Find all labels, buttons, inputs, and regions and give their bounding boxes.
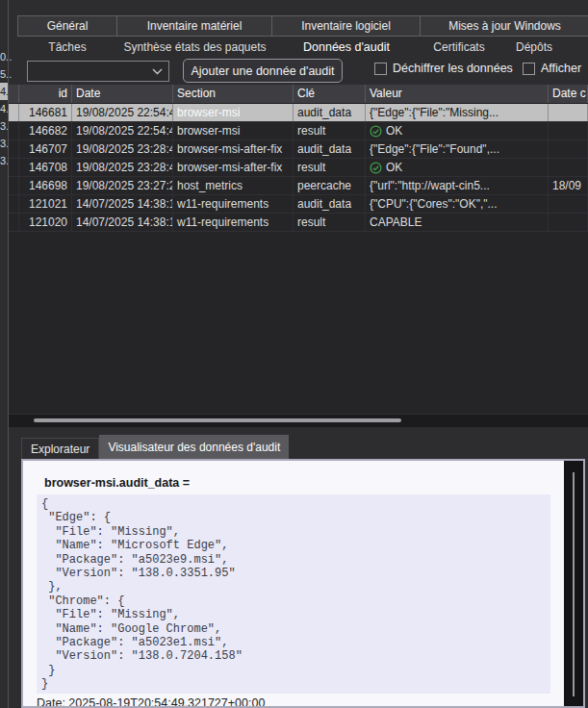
valeur-text: {"url":"http://wapt-cin5...: [370, 179, 490, 192]
host-row-fragment[interactable]: 4..: [0, 83, 8, 100]
table-row[interactable]: 12102014/07/2025 14:38:12w11-requirement…: [9, 214, 588, 232]
header-section[interactable]: Section: [173, 85, 294, 103]
host-row-fragment[interactable]: 3..: [0, 135, 8, 152]
audit-date-line: Date: 2025-08-19T20:54:49.321727+00:00: [37, 696, 265, 708]
table-row[interactable]: 14670719/08/2025 23:28:48browser-msi-aft…: [9, 140, 588, 159]
show-checkbox[interactable]: [523, 63, 535, 75]
decrypt-data-checkbox[interactable]: [374, 63, 387, 75]
cell-valeur: CAPABLE: [366, 214, 549, 231]
table-row[interactable]: 14670819/08/2025 23:28:48browser-msi-aft…: [9, 159, 588, 177]
horizontal-scrollbar-thumb[interactable]: [34, 418, 401, 422]
cell-date: 19/08/2025 23:28:48: [72, 140, 173, 158]
cell-id: 121021: [19, 195, 72, 213]
cell-indicator: [9, 104, 19, 121]
cell-date-c: [549, 104, 588, 121]
cell-section: browser-msi: [173, 122, 294, 139]
chevron-down-icon: [152, 68, 163, 75]
add-audit-data-button[interactable]: Ajouter une donnée d'audit: [183, 59, 343, 83]
audit-toolbar: Ajouter une donnée d'audit Déchiffrer le…: [0, 58, 588, 85]
cell-indicator: [9, 177, 19, 194]
viewer-heading: browser-msi.audit_data =: [44, 476, 190, 490]
host-row-fragment[interactable]: 4..: [0, 100, 8, 117]
viewer-tab-explorateur[interactable]: Explorateur: [21, 438, 99, 459]
tab-bar-bottom-row: TâchesSynthèse états des paquetsDonnées …: [17, 37, 571, 57]
cell-section: browser-msi-after-fix: [173, 159, 294, 176]
tab-mises-a-jour-windows[interactable]: Mises à jour Windows: [421, 15, 588, 37]
cell-date-c: [549, 214, 588, 231]
header-date-c[interactable]: Date c: [549, 85, 588, 103]
valeur-text: {"CPU":{"Cores":"OK","...: [370, 197, 498, 211]
cell-valeur: {"Edge":{"File":"Found",...: [366, 140, 549, 158]
tab-bar-top: GénéralInventaire matérielInventaire log…: [17, 15, 588, 37]
cell-date: 14/07/2025 14:38:12: [72, 195, 173, 213]
cell-indicator: [9, 195, 19, 213]
valeur-text: OK: [386, 124, 402, 138]
cell-cle: peercache: [294, 177, 366, 194]
cell-valeur: {"CPU":{"Cores":"OK","...: [366, 195, 549, 213]
json-content: { "Edge": { "File": "Missing", "Name": "…: [41, 497, 550, 692]
valeur-text: {"Edge":{"File":"Missing...: [370, 106, 499, 119]
ok-check-icon: [370, 125, 382, 138]
table-row[interactable]: 12102114/07/2025 14:38:12w11-requirement…: [9, 195, 588, 214]
table-row[interactable]: 14668119/08/2025 22:54:49browser-msiaudi…: [9, 104, 588, 122]
host-row-fragment[interactable]: 3..: [0, 117, 8, 135]
cell-section: browser-msi-after-fix: [173, 140, 294, 158]
tab-donnees-d-audit[interactable]: Données d'audit: [272, 37, 421, 57]
ok-check-icon: [370, 162, 382, 174]
table-row[interactable]: 14668219/08/2025 22:54:49browser-msiresu…: [9, 122, 588, 140]
cell-date-c: [549, 195, 588, 213]
cell-id: 121020: [19, 214, 72, 231]
tab-depots[interactable]: Dépôts: [498, 37, 571, 57]
cell-indicator: [9, 140, 19, 158]
tab-inventaire-logiciel[interactable]: Inventaire logiciel: [272, 15, 421, 37]
audit-section-combobox[interactable]: [27, 61, 169, 82]
cell-date: 19/08/2025 23:28:48: [72, 159, 173, 176]
cell-id: 146682: [19, 122, 72, 139]
tab-taches[interactable]: Tâches: [17, 37, 117, 57]
cell-valeur: {"url":"http://wapt-cin5...: [366, 177, 549, 194]
viewer-tab-bar: ExplorateurVisualisateur des données d'a…: [21, 435, 289, 459]
cell-valeur: {"Edge":{"File":"Missing...: [366, 104, 549, 121]
tab-general[interactable]: Général: [17, 15, 117, 37]
valeur-text: CAPABLE: [370, 215, 422, 229]
cell-date: 19/08/2025 22:54:49: [72, 122, 173, 139]
tab-synthese-etats-des-paquets[interactable]: Synthèse états des paquets: [117, 37, 272, 57]
cell-date: 14/07/2025 14:38:12: [72, 214, 173, 231]
decrypt-data-label: Déchiffrer les données: [393, 62, 513, 75]
cell-date-c: 18/09: [549, 177, 588, 194]
cell-valeur: OK: [366, 122, 549, 139]
header-id[interactable]: id: [19, 85, 72, 103]
valeur-text: OK: [386, 161, 402, 174]
vertical-scrollbar-thumb[interactable]: [573, 472, 575, 696]
cell-indicator: [9, 122, 19, 139]
tab-certificats[interactable]: Certificats: [421, 37, 498, 57]
host-row-fragment[interactable]: 3..: [0, 152, 8, 169]
tab-inventaire-materiel[interactable]: Inventaire matériel: [117, 15, 272, 37]
audit-data-viewer-panel: browser-msi.audit_data = { "Edge": { "Fi…: [21, 459, 585, 708]
header-date[interactable]: Date: [72, 85, 173, 103]
table-row[interactable]: 14669819/08/2025 23:27:26host_metricspee…: [9, 177, 588, 195]
cell-section: browser-msi: [173, 104, 294, 121]
cell-date-c: [549, 122, 588, 139]
table-header-row: id Date Section Clé Valeur Date c: [9, 85, 588, 104]
cell-cle: result: [294, 122, 366, 139]
header-cle[interactable]: Clé: [294, 85, 366, 103]
cell-date-c: [549, 140, 588, 158]
vertical-scrollbar[interactable]: [564, 461, 583, 706]
viewer-tab-visualisateur-des-donnees-d-audit[interactable]: Visualisateur des données d'audit: [99, 435, 289, 459]
cell-cle: result: [294, 214, 366, 231]
cell-id: 146698: [19, 177, 72, 194]
cell-id: 146707: [19, 140, 72, 158]
cell-section: w11-requirements: [173, 214, 294, 231]
cell-cle: audit_data: [294, 195, 366, 213]
cell-valeur: OK: [366, 159, 549, 176]
cell-date-c: [549, 159, 588, 176]
cell-cle: result: [294, 159, 366, 176]
cell-cle: audit_data: [294, 140, 366, 158]
valeur-text: {"Edge":{"File":"Found",...: [370, 142, 499, 156]
cell-indicator: [9, 214, 19, 231]
header-valeur[interactable]: Valeur: [366, 85, 549, 103]
cell-date: 19/08/2025 22:54:49: [72, 104, 173, 121]
horizontal-scrollbar[interactable]: [9, 415, 588, 427]
cell-date: 19/08/2025 23:27:26: [72, 177, 173, 194]
